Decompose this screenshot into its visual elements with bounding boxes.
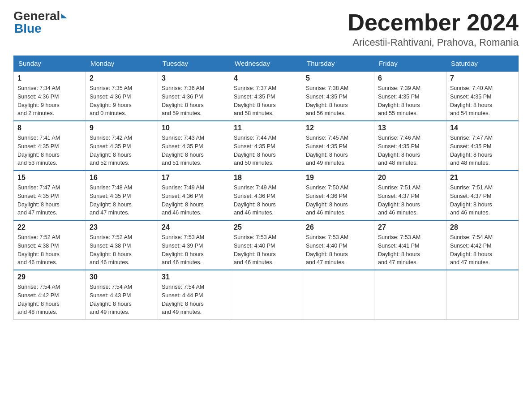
day-info: Sunrise: 7:41 AMSunset: 4:35 PMDaylight:… [17, 134, 82, 167]
calendar-cell: 1 Sunrise: 7:34 AMSunset: 4:36 PMDayligh… [14, 71, 86, 121]
day-info: Sunrise: 7:47 AMSunset: 4:35 PMDaylight:… [17, 184, 82, 217]
calendar-cell: 30 Sunrise: 7:54 AMSunset: 4:43 PMDaylig… [86, 270, 158, 320]
day-info: Sunrise: 7:48 AMSunset: 4:35 PMDaylight:… [90, 184, 154, 217]
calendar-cell: 13 Sunrise: 7:46 AMSunset: 4:35 PMDaylig… [374, 121, 446, 171]
day-number: 10 [162, 124, 226, 132]
day-info: Sunrise: 7:53 AMSunset: 4:40 PMDaylight:… [306, 233, 370, 267]
header-thursday: Thursday [302, 56, 374, 72]
day-info: Sunrise: 7:35 AMSunset: 4:36 PMDaylight:… [90, 84, 154, 118]
day-number: 7 [450, 74, 515, 82]
day-number: 14 [450, 124, 515, 132]
calendar-cell: 7 Sunrise: 7:40 AMSunset: 4:35 PMDayligh… [446, 71, 519, 121]
day-info: Sunrise: 7:45 AMSunset: 4:35 PMDaylight:… [306, 134, 370, 167]
day-number: 27 [378, 223, 442, 231]
day-info: Sunrise: 7:54 AMSunset: 4:44 PMDaylight:… [162, 283, 226, 317]
day-number: 8 [17, 124, 82, 132]
header-monday: Monday [86, 56, 158, 72]
calendar-cell: 26 Sunrise: 7:53 AMSunset: 4:40 PMDaylig… [302, 220, 374, 270]
calendar-cell: 18 Sunrise: 7:49 AMSunset: 4:36 PMDaylig… [230, 171, 302, 220]
day-number: 15 [17, 174, 82, 182]
day-number: 24 [162, 223, 226, 231]
day-number: 23 [90, 223, 154, 231]
calendar-cell: 3 Sunrise: 7:36 AMSunset: 4:36 PMDayligh… [158, 71, 230, 121]
header-saturday: Saturday [446, 56, 519, 72]
day-number: 31 [162, 273, 226, 281]
day-info: Sunrise: 7:36 AMSunset: 4:36 PMDaylight:… [162, 84, 226, 118]
location-subtitle: Aricestii-Rahtivani, Prahova, Romania [348, 37, 519, 48]
day-number: 28 [450, 223, 515, 231]
day-number: 12 [306, 124, 370, 132]
week-row-2: 8 Sunrise: 7:41 AMSunset: 4:35 PMDayligh… [14, 121, 519, 171]
day-info: Sunrise: 7:51 AMSunset: 4:37 PMDaylight:… [450, 184, 515, 217]
logo-triangle-icon [61, 14, 67, 18]
logo-blue-text: Blue [13, 21, 42, 36]
day-info: Sunrise: 7:47 AMSunset: 4:35 PMDaylight:… [450, 134, 515, 167]
week-row-4: 22 Sunrise: 7:52 AMSunset: 4:38 PMDaylig… [14, 220, 519, 270]
day-number: 20 [378, 174, 442, 182]
day-number: 18 [234, 174, 298, 182]
calendar-cell: 10 Sunrise: 7:43 AMSunset: 4:35 PMDaylig… [158, 121, 230, 171]
day-info: Sunrise: 7:52 AMSunset: 4:38 PMDaylight:… [90, 233, 154, 267]
day-number: 25 [234, 223, 298, 231]
page-header: General Blue December 2024 Aricestii-Rah… [13, 9, 519, 48]
logo: General Blue [13, 9, 67, 36]
day-info: Sunrise: 7:54 AMSunset: 4:42 PMDaylight:… [450, 233, 515, 267]
day-info: Sunrise: 7:52 AMSunset: 4:38 PMDaylight:… [17, 233, 82, 267]
day-info: Sunrise: 7:54 AMSunset: 4:42 PMDaylight:… [17, 283, 82, 317]
header-friday: Friday [374, 56, 446, 72]
day-number: 13 [378, 124, 442, 132]
day-number: 17 [162, 174, 226, 182]
day-info: Sunrise: 7:49 AMSunset: 4:36 PMDaylight:… [162, 184, 226, 217]
day-number: 5 [306, 74, 370, 82]
calendar-cell: 15 Sunrise: 7:47 AMSunset: 4:35 PMDaylig… [14, 171, 86, 220]
calendar-cell: 22 Sunrise: 7:52 AMSunset: 4:38 PMDaylig… [14, 220, 86, 270]
day-number: 3 [162, 74, 226, 82]
header-sunday: Sunday [14, 56, 86, 72]
week-row-3: 15 Sunrise: 7:47 AMSunset: 4:35 PMDaylig… [14, 171, 519, 220]
calendar-cell: 11 Sunrise: 7:44 AMSunset: 4:35 PMDaylig… [230, 121, 302, 171]
day-info: Sunrise: 7:37 AMSunset: 4:35 PMDaylight:… [234, 84, 298, 118]
month-title: December 2024 [348, 9, 519, 36]
calendar-cell: 14 Sunrise: 7:47 AMSunset: 4:35 PMDaylig… [446, 121, 519, 171]
calendar-cell: 19 Sunrise: 7:50 AMSunset: 4:36 PMDaylig… [302, 171, 374, 220]
calendar-cell: 23 Sunrise: 7:52 AMSunset: 4:38 PMDaylig… [86, 220, 158, 270]
day-info: Sunrise: 7:34 AMSunset: 4:36 PMDaylight:… [17, 84, 82, 118]
calendar-cell [230, 270, 302, 320]
title-area: December 2024 Aricestii-Rahtivani, Praho… [348, 9, 519, 48]
day-info: Sunrise: 7:53 AMSunset: 4:39 PMDaylight:… [162, 233, 226, 267]
day-number: 2 [90, 74, 154, 82]
day-info: Sunrise: 7:51 AMSunset: 4:37 PMDaylight:… [378, 184, 442, 217]
day-info: Sunrise: 7:46 AMSunset: 4:35 PMDaylight:… [378, 134, 442, 167]
day-info: Sunrise: 7:50 AMSunset: 4:36 PMDaylight:… [306, 184, 370, 217]
calendar-cell [374, 270, 446, 320]
calendar-cell: 25 Sunrise: 7:53 AMSunset: 4:40 PMDaylig… [230, 220, 302, 270]
calendar-cell: 29 Sunrise: 7:54 AMSunset: 4:42 PMDaylig… [14, 270, 86, 320]
day-info: Sunrise: 7:43 AMSunset: 4:35 PMDaylight:… [162, 134, 226, 167]
day-number: 4 [234, 74, 298, 82]
calendar-cell: 20 Sunrise: 7:51 AMSunset: 4:37 PMDaylig… [374, 171, 446, 220]
calendar-cell: 31 Sunrise: 7:54 AMSunset: 4:44 PMDaylig… [158, 270, 230, 320]
day-number: 16 [90, 174, 154, 182]
weekday-header-row: Sunday Monday Tuesday Wednesday Thursday… [14, 56, 519, 72]
calendar-cell: 8 Sunrise: 7:41 AMSunset: 4:35 PMDayligh… [14, 121, 86, 171]
day-info: Sunrise: 7:49 AMSunset: 4:36 PMDaylight:… [234, 184, 298, 217]
calendar-cell: 17 Sunrise: 7:49 AMSunset: 4:36 PMDaylig… [158, 171, 230, 220]
calendar-cell: 5 Sunrise: 7:38 AMSunset: 4:35 PMDayligh… [302, 71, 374, 121]
calendar-cell: 21 Sunrise: 7:51 AMSunset: 4:37 PMDaylig… [446, 171, 519, 220]
calendar-cell: 24 Sunrise: 7:53 AMSunset: 4:39 PMDaylig… [158, 220, 230, 270]
day-info: Sunrise: 7:54 AMSunset: 4:43 PMDaylight:… [90, 283, 154, 317]
day-number: 26 [306, 223, 370, 231]
day-number: 19 [306, 174, 370, 182]
day-info: Sunrise: 7:44 AMSunset: 4:35 PMDaylight:… [234, 134, 298, 167]
day-info: Sunrise: 7:53 AMSunset: 4:40 PMDaylight:… [234, 233, 298, 267]
day-info: Sunrise: 7:38 AMSunset: 4:35 PMDaylight:… [306, 84, 370, 118]
calendar-cell [446, 270, 519, 320]
calendar-cell: 2 Sunrise: 7:35 AMSunset: 4:36 PMDayligh… [86, 71, 158, 121]
day-number: 9 [90, 124, 154, 132]
week-row-1: 1 Sunrise: 7:34 AMSunset: 4:36 PMDayligh… [14, 71, 519, 121]
calendar-cell [302, 270, 374, 320]
day-number: 21 [450, 174, 515, 182]
day-info: Sunrise: 7:39 AMSunset: 4:35 PMDaylight:… [378, 84, 442, 118]
calendar-cell: 28 Sunrise: 7:54 AMSunset: 4:42 PMDaylig… [446, 220, 519, 270]
day-number: 22 [17, 223, 82, 231]
